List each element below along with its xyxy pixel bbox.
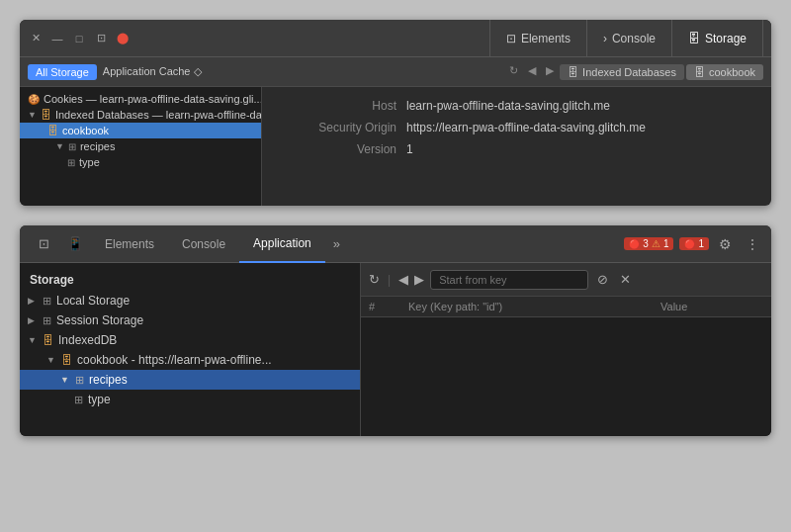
cookbook-item[interactable]: ▼ 🗄 cookbook - https://learn-pwa-offline… <box>20 350 360 370</box>
recipes-grid-icon-bottom: ⊞ <box>75 374 84 387</box>
back-icon[interactable]: ◀ <box>524 64 540 80</box>
pin-btn[interactable]: ⊡ <box>93 31 109 46</box>
indexed-db-label: Indexed Databases — learn-pwa-offline-da… <box>55 109 262 121</box>
top-content: 🍪 Cookies — learn-pwa-offline-data-savin… <box>20 87 771 206</box>
db-icon: 🗄 <box>568 66 578 78</box>
tree-type[interactable]: ⊞ type <box>20 154 261 170</box>
session-storage-expand-icon: ▶ <box>28 315 38 325</box>
tab-console[interactable]: › Console <box>587 20 672 57</box>
error-badge-icon: 🔴 <box>629 239 640 249</box>
indexed-db-main-icon: 🗄 <box>43 334 53 346</box>
start-from-key-input[interactable] <box>430 270 588 290</box>
gear-icon[interactable]: ⚙ <box>715 236 736 252</box>
toolbar-right: 🔴 3 ⚠ 1 🔴 1 ⚙ ⋮ <box>624 236 763 252</box>
indexed-db-icon: 🗄 <box>41 109 51 121</box>
tab-elements[interactable]: ⊡ Elements <box>489 20 587 57</box>
warning-count: 1 <box>663 238 669 249</box>
clear-icon[interactable]: ⊘ <box>594 272 611 287</box>
back-btn-db[interactable]: ◀ <box>398 272 408 287</box>
bottom-toolbar: ⊡ 📱 Elements Console Application » 🔴 3 ⚠… <box>20 225 771 263</box>
refresh-icon[interactable]: ↻ <box>505 64 522 80</box>
expand-recipes-icon: ▼ <box>55 141 64 151</box>
db-toolbar: ↻ | ◀ ▶ ⊘ ✕ <box>361 263 771 297</box>
console-icon: › <box>603 32 607 45</box>
tree-cookies[interactable]: 🍪 Cookies — learn-pwa-offline-data-savin… <box>20 91 261 107</box>
close-btn-db[interactable]: ✕ <box>617 272 634 287</box>
breadcrumb-cookbook[interactable]: 🗄 cookbook <box>686 64 763 80</box>
recipes-grid-icon: ⊞ <box>68 141 76 152</box>
info-badge-icon: 🔴 <box>684 239 695 249</box>
tab-storage-label: Storage <box>705 32 747 45</box>
error-count: 3 <box>643 238 649 249</box>
error-badge: 🔴 3 ⚠ 1 <box>624 237 673 250</box>
tab-bottom-application[interactable]: Application <box>239 225 325 263</box>
col-hash-header: # <box>361 301 400 312</box>
col-value-header: Value <box>653 301 771 312</box>
sub-toolbar: All Storage Application Cache ◇ ↻ ◀ ▶ 🗄 … <box>20 57 771 87</box>
breadcrumb-nav: ↻ ◀ ▶ 🗄 Indexed Databases 🗄 cookbook <box>505 64 763 80</box>
cookbook-label: cookbook <box>62 125 109 136</box>
info-badge: 🔴 1 <box>679 237 709 250</box>
tree-cookbook[interactable]: 🗄 cookbook <box>20 123 261 138</box>
app-cache-label[interactable]: Application Cache ◇ <box>103 65 202 78</box>
device-icon[interactable]: 📱 <box>59 228 91 260</box>
bottom-content: Storage ▶ ⊞ Local Storage ▶ ⊞ Session St… <box>20 263 771 436</box>
cookie-icon: 🍪 <box>28 94 40 105</box>
separator: | <box>386 273 393 287</box>
cookbook-expand-icon: ▼ <box>46 355 56 365</box>
tab-elements-label: Elements <box>521 32 571 45</box>
cookies-label: Cookies — learn-pwa-offline-data-saving.… <box>44 93 262 105</box>
type-item[interactable]: ⊞ type <box>20 390 360 409</box>
breadcrumb-indexed-label: Indexed Databases <box>582 66 676 78</box>
security-row: Security Origin https://learn-pwa-offlin… <box>278 121 755 134</box>
type-bottom-label: type <box>88 393 111 406</box>
tab-console-label: Console <box>612 32 656 45</box>
forward-btn-db[interactable]: ▶ <box>414 272 424 287</box>
forward-icon[interactable]: ▶ <box>542 64 558 80</box>
tab-storage[interactable]: 🗄 Storage <box>672 20 763 57</box>
recipes-label: recipes <box>80 140 115 152</box>
db-table-header: # Key (Key path: "id") Value <box>361 297 771 317</box>
warning-icon: ⚠ <box>652 238 660 249</box>
recipes-item[interactable]: ▼ ⊞ recipes <box>20 370 360 390</box>
close-btn[interactable]: ✕ <box>28 31 44 46</box>
cookbook-icon: 🗄 <box>694 66 705 78</box>
local-storage-expand-icon: ▶ <box>28 296 38 306</box>
version-label: Version <box>278 142 396 156</box>
maximize-btn[interactable]: □ <box>71 31 87 46</box>
storage-section-title: Storage <box>20 267 360 291</box>
tab-bottom-console[interactable]: Console <box>168 225 239 263</box>
refresh-icon-db[interactable]: ↻ <box>369 272 380 287</box>
breadcrumb-indexed-db[interactable]: 🗄 Indexed Databases <box>560 64 684 80</box>
local-storage-grid-icon: ⊞ <box>43 295 51 308</box>
minimize-btn[interactable]: — <box>49 31 65 46</box>
indexed-db-label-bottom: IndexedDB <box>58 333 117 347</box>
all-storage-btn[interactable]: All Storage <box>28 64 97 80</box>
indexed-db-item[interactable]: ▼ 🗄 IndexedDB <box>20 330 360 350</box>
recipes-bottom-label: recipes <box>89 373 128 387</box>
host-value: learn-pwa-offline-data-saving.glitch.me <box>406 99 610 113</box>
storage-icon: 🗄 <box>688 32 700 45</box>
type-grid-icon: ⊞ <box>67 157 75 168</box>
local-storage-item[interactable]: ▶ ⊞ Local Storage <box>20 291 360 310</box>
security-value: https://learn-pwa-offline-data-saving.gl… <box>406 121 646 134</box>
cookbook-db-icon: 🗄 <box>47 125 58 136</box>
error-indicator: ⬤ <box>115 31 131 46</box>
type-label: type <box>79 156 100 168</box>
db-table-body <box>361 317 771 436</box>
col-key-header: Key (Key path: "id") <box>400 301 653 312</box>
tab-bottom-elements[interactable]: Elements <box>91 225 168 263</box>
inspect-icon[interactable]: ⊡ <box>28 228 59 260</box>
session-storage-grid-icon: ⊞ <box>43 314 51 327</box>
session-storage-item[interactable]: ▶ ⊞ Session Storage <box>20 310 360 330</box>
more-tabs-icon[interactable]: » <box>325 236 348 251</box>
more-vert-icon[interactable]: ⋮ <box>742 236 763 252</box>
version-row: Version 1 <box>278 142 755 156</box>
breadcrumb-cookbook-label: cookbook <box>709 66 755 78</box>
elements-icon: ⊡ <box>506 32 516 45</box>
host-label: Host <box>278 99 396 113</box>
tree-indexed-db[interactable]: ▼ 🗄 Indexed Databases — learn-pwa-offlin… <box>20 107 261 123</box>
tree-recipes[interactable]: ▼ ⊞ recipes <box>20 138 261 154</box>
cookbook-bottom-label: cookbook - https://learn-pwa-offline... <box>77 353 272 367</box>
tab-elements-bottom-label: Elements <box>105 237 154 251</box>
